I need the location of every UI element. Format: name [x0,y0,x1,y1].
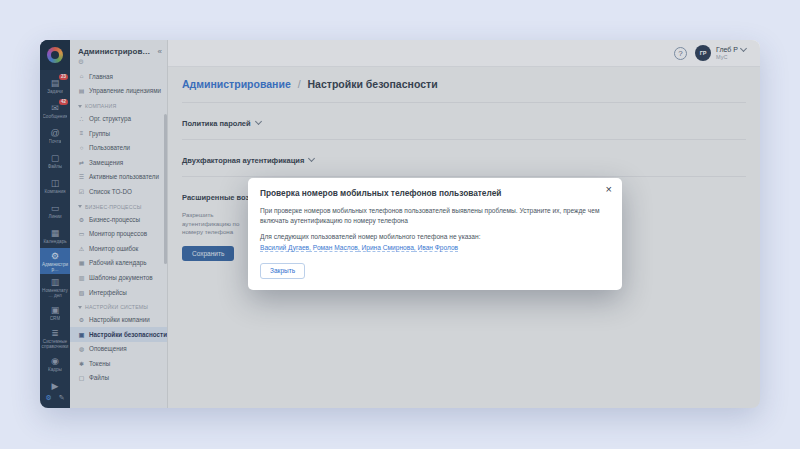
phone-check-modal: Проверка номеров мобильных телефонов пол… [248,178,622,290]
modal-close-button[interactable]: Закрыть [260,263,305,279]
modal-message: При проверке номеров мобильных телефонов… [260,206,610,226]
user-link[interactable]: Иван Фролов [414,244,458,252]
user-link[interactable]: Василий Дугаев [260,244,309,252]
modal-title: Проверка номеров мобильных телефонов пол… [260,188,610,198]
user-link[interactable]: Роман Маслов [309,244,358,252]
desktop-background: 23 ▤ Задачи 42 ✉ Сообщения @ Почта ▢ Фай… [0,0,800,449]
close-icon[interactable]: × [606,184,612,195]
modal-user-links: Василий ДугаевРоман МасловИрина Смирнова… [260,243,610,253]
modal-users-intro: Для следующих пользователей номер мобиль… [260,232,610,242]
user-link[interactable]: Ирина Смирнова [358,244,414,252]
